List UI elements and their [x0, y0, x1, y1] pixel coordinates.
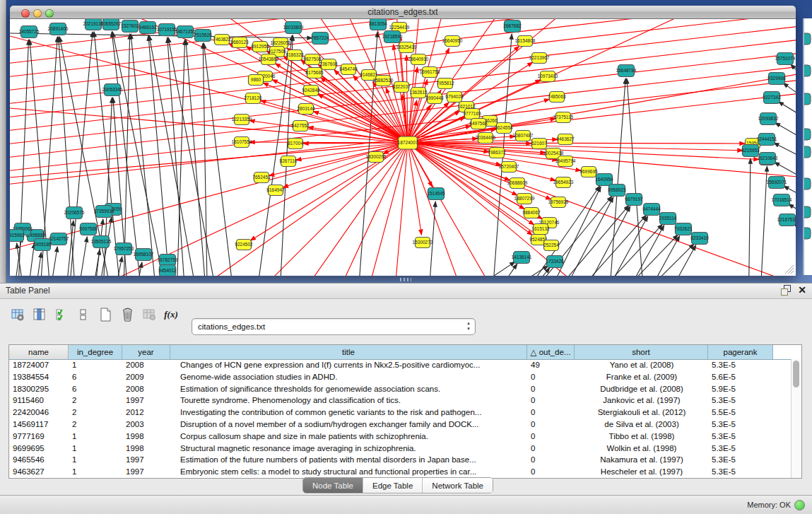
- table-cell[interactable]: 5.3E-5: [708, 419, 773, 431]
- column-header-name[interactable]: name: [9, 345, 69, 359]
- black-edge[interactable]: [775, 123, 796, 151]
- table-cell[interactable]: 2009: [122, 372, 170, 384]
- table-cell[interactable]: 5.3E-5: [708, 395, 773, 407]
- red-edge[interactable]: [408, 143, 796, 276]
- table-cell[interactable]: 2008: [122, 360, 170, 372]
- table-cell[interactable]: 5.5E-5: [708, 407, 773, 419]
- yellow-node-2718126[interactable]: 2718126: [244, 93, 262, 104]
- table-cell[interactable]: 5.3E-5: [708, 443, 773, 455]
- table-cell[interactable]: 0: [527, 395, 575, 407]
- table-cell[interactable]: Corpus callosum shape and size in male p…: [170, 431, 527, 443]
- teal-node-17359934[interactable]: 17359934: [94, 206, 114, 218]
- table-cell[interactable]: 0: [527, 431, 575, 443]
- yellow-node-9242848[interactable]: 9242848: [302, 86, 320, 96]
- teal-node-20053346[interactable]: 20053346: [102, 84, 123, 96]
- table-cell[interactable]: 18300295: [9, 384, 69, 396]
- table-cell[interactable]: 5.3E-5: [708, 467, 773, 479]
- table-cell[interactable]: de Silva et al. (2003): [575, 419, 708, 431]
- black-edge[interactable]: [462, 266, 548, 276]
- yellow-node-2367608[interactable]: 2367608: [319, 59, 338, 70]
- black-edge[interactable]: [112, 32, 144, 276]
- yellow-node-8164947[interactable]: 8164947: [266, 185, 285, 196]
- teal-node-2687682[interactable]: 2687682: [503, 21, 522, 33]
- table-settings-icon[interactable]: [10, 307, 25, 322]
- red-edge[interactable]: [303, 143, 408, 144]
- black-edge[interactable]: [73, 237, 87, 276]
- table-cell[interactable]: 1998: [122, 443, 170, 455]
- teal-node-5905185[interactable]: 5905185: [33, 239, 52, 251]
- table-cell[interactable]: 2003: [122, 419, 170, 431]
- yellow-node-3624554[interactable]: 3624554: [495, 123, 513, 134]
- yellow-node-10973493[interactable]: 10973493: [538, 71, 558, 82]
- table-cell[interactable]: Dudbridge et al. (2008): [575, 384, 708, 396]
- table-row[interactable]: 1456911722003Disruption of a novel membe…: [9, 419, 801, 431]
- yellow-node-9699695[interactable]: 9699695: [579, 167, 598, 177]
- teal-node-8958923[interactable]: 8958923: [608, 185, 626, 197]
- black-edge[interactable]: [203, 43, 208, 276]
- yellow-node-20364486[interactable]: 20364486: [476, 133, 496, 144]
- tab-edge-table[interactable]: Edge Table: [363, 478, 423, 493]
- teal-node-13505135[interactable]: 13505135: [91, 236, 112, 248]
- window-resize-grip[interactable]: [785, 265, 794, 274]
- black-edge[interactable]: [176, 40, 185, 276]
- teal-node-7515526[interactable]: 7515526: [194, 30, 212, 42]
- teal-node-17016514[interactable]: 17016514: [772, 194, 792, 206]
- teal-node-2935114[interactable]: 2935114: [659, 213, 677, 225]
- table-cell[interactable]: Stergiakouli et al. (2012): [575, 407, 708, 419]
- black-edge[interactable]: [783, 83, 796, 111]
- yellow-node-8990448[interactable]: 8990448: [425, 93, 444, 104]
- table-cell[interactable]: 5.3E-5: [708, 431, 773, 443]
- table-cell[interactable]: 2012: [122, 407, 170, 419]
- yellow-node-9224502[interactable]: 9224502: [235, 240, 253, 250]
- yellow-node-19654923[interactable]: 19654923: [553, 177, 574, 188]
- yellow-node-252254[interactable]: 252254: [543, 240, 559, 251]
- yellow-node-7485063[interactable]: 7485063: [548, 92, 566, 103]
- yellow-node-9860[interactable]: 9860: [249, 75, 264, 86]
- table-scrollbar[interactable]: [791, 359, 801, 478]
- table-cell[interactable]: Tourette syndrome. Phenomenology and cla…: [170, 395, 527, 407]
- black-edge[interactable]: [24, 243, 35, 276]
- table-cell[interactable]: 19384554: [9, 372, 69, 384]
- yellow-node-6497568[interactable]: 6497568: [469, 119, 488, 129]
- table-cell[interactable]: 2: [69, 395, 122, 407]
- black-edge[interactable]: [109, 257, 122, 276]
- black-edge[interactable]: [611, 226, 664, 276]
- table-row[interactable]: 2242004622012Investigating the contribut…: [9, 407, 801, 419]
- column-header-short[interactable]: short: [575, 345, 708, 359]
- table-cell[interactable]: 9777169: [9, 431, 69, 443]
- table-cell[interactable]: 14569117: [9, 419, 69, 431]
- yellow-node-2803144[interactable]: 2803144: [297, 104, 315, 115]
- table-cell[interactable]: 22420046: [9, 407, 69, 419]
- teal-node-1640954[interactable]: 1640954: [595, 174, 613, 186]
- table-cell[interactable]: 1998: [122, 431, 170, 443]
- delete-column-icon[interactable]: [119, 307, 135, 322]
- table-cell[interactable]: Estimation of significance thresholds fo…: [170, 384, 527, 396]
- row-height-icon[interactable]: [76, 307, 91, 322]
- hub-node-18724007[interactable]: 18724007: [398, 136, 418, 149]
- red-edge[interactable]: [283, 143, 408, 187]
- float-panel-icon[interactable]: [781, 285, 791, 295]
- teal-node-14136141[interactable]: 14136141: [512, 252, 532, 264]
- table-row[interactable]: 1938455462009Genome-wide association stu…: [9, 372, 801, 384]
- table-cell[interactable]: 9463627: [9, 467, 69, 479]
- teal-node-15692071[interactable]: 15692071: [767, 177, 787, 189]
- table-cell[interactable]: 9115460: [9, 395, 69, 407]
- yellow-node-7463822[interactable]: 7463822: [213, 35, 231, 45]
- teal-node-9474444[interactable]: 9474444: [642, 204, 661, 216]
- black-edge[interactable]: [653, 245, 696, 276]
- table-row[interactable]: 1872400712008Changes of HCN gene express…: [9, 360, 801, 372]
- table-cell[interactable]: 0: [527, 407, 575, 419]
- table-cell[interactable]: 1997: [122, 395, 170, 407]
- yellow-node-18640910[interactable]: 18640910: [408, 54, 429, 65]
- table-cell[interactable]: 49: [527, 360, 575, 372]
- table-cell[interactable]: 18724007: [9, 360, 69, 372]
- close-panel-icon[interactable]: ✕: [798, 285, 806, 295]
- teal-node-16210643[interactable]: 16210643: [758, 153, 778, 165]
- table-cell[interactable]: Estimation of the future numbers of pati…: [170, 455, 527, 467]
- yellow-node-8912955[interactable]: 8912955: [251, 42, 269, 52]
- teal-node-8233410[interactable]: 8233410: [690, 233, 709, 245]
- table-cell[interactable]: 2: [69, 419, 122, 431]
- black-edge[interactable]: [627, 78, 646, 276]
- table-cell[interactable]: 5.3E-5: [708, 360, 773, 372]
- select-columns-icon[interactable]: [54, 307, 69, 322]
